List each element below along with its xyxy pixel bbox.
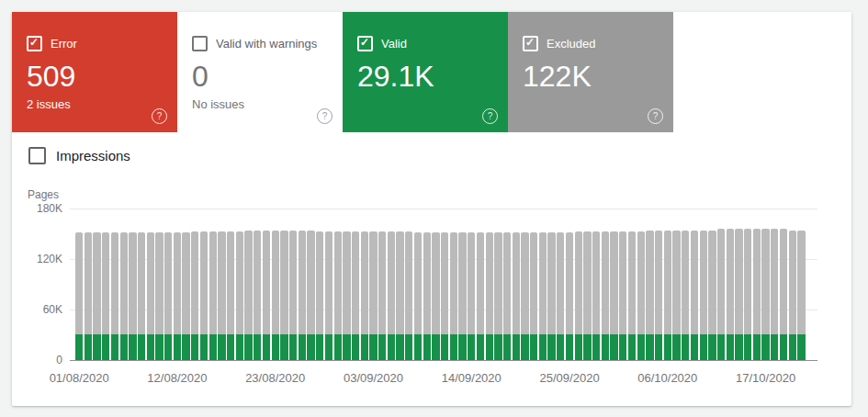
bar[interactable]	[655, 208, 662, 360]
bar[interactable]	[316, 208, 323, 360]
bar[interactable]	[334, 208, 342, 360]
bar[interactable]	[289, 208, 297, 360]
bar[interactable]	[521, 208, 528, 360]
bar[interactable]	[396, 208, 403, 360]
bar-segment-excluded	[700, 231, 707, 334]
bar[interactable]	[244, 208, 252, 360]
bar[interactable]	[486, 208, 493, 360]
bar[interactable]	[307, 208, 314, 360]
bar[interactable]	[477, 208, 484, 360]
bar[interactable]	[646, 208, 653, 360]
x-axis-label: 23/08/2020	[234, 371, 317, 385]
excluded-checkbox[interactable]: ✓	[523, 36, 538, 51]
bar[interactable]	[557, 208, 564, 360]
bar[interactable]	[700, 208, 707, 360]
bar[interactable]	[369, 208, 377, 360]
bar[interactable]	[182, 208, 189, 360]
help-icon[interactable]: ?	[648, 108, 663, 124]
bar[interactable]	[780, 208, 787, 360]
bar[interactable]	[227, 208, 234, 360]
bar[interactable]	[619, 208, 626, 360]
bar[interactable]	[789, 208, 796, 360]
bar[interactable]	[280, 208, 287, 360]
bar[interactable]	[637, 208, 645, 360]
bar[interactable]	[254, 208, 261, 360]
bar[interactable]	[530, 208, 537, 360]
help-icon[interactable]: ?	[317, 108, 333, 124]
bar[interactable]	[468, 208, 475, 360]
card-error[interactable]: ✓ Error 509 2 issues ?	[12, 12, 177, 132]
bar[interactable]	[727, 208, 734, 360]
bar[interactable]	[325, 208, 333, 360]
bar[interactable]	[771, 208, 778, 360]
bar[interactable]	[147, 208, 154, 360]
bar[interactable]	[672, 208, 680, 360]
bar[interactable]	[200, 208, 208, 360]
bar[interactable]	[263, 208, 270, 360]
card-excluded[interactable]: ✓ Excluded 122K ?	[508, 12, 673, 132]
bar[interactable]	[432, 208, 439, 360]
bar[interactable]	[75, 208, 83, 360]
bar[interactable]	[155, 208, 163, 360]
impressions-toggle[interactable]: Impressions	[28, 147, 130, 164]
valid-with-warnings-checkbox[interactable]: ✓	[192, 36, 208, 51]
bar[interactable]	[388, 208, 395, 360]
bar[interactable]	[717, 208, 725, 360]
bar-segment-error	[441, 359, 448, 360]
bar[interactable]	[138, 208, 145, 360]
bar[interactable]	[691, 208, 698, 360]
bar[interactable]	[93, 208, 100, 360]
impressions-checkbox[interactable]	[28, 147, 46, 164]
bar[interactable]	[299, 208, 306, 360]
bar[interactable]	[441, 208, 448, 360]
bar[interactable]	[539, 208, 547, 360]
bar[interactable]	[735, 208, 742, 360]
bar[interactable]	[164, 208, 172, 360]
bar[interactable]	[753, 208, 761, 360]
bar[interactable]	[120, 208, 128, 360]
bar[interactable]	[494, 208, 502, 360]
bar[interactable]	[450, 208, 457, 360]
bar[interactable]	[797, 208, 805, 360]
bar[interactable]	[744, 208, 751, 360]
card-valid[interactable]: ✓ Valid 29.1K ?	[343, 12, 508, 132]
bar[interactable]	[414, 208, 422, 360]
valid-checkbox[interactable]: ✓	[357, 36, 373, 51]
bar[interactable]	[458, 208, 466, 360]
bar[interactable]	[361, 208, 368, 360]
bar[interactable]	[85, 208, 92, 360]
bar[interactable]	[708, 208, 716, 360]
bar[interactable]	[602, 208, 609, 360]
bar[interactable]	[610, 208, 617, 360]
bar[interactable]	[102, 208, 109, 360]
bar[interactable]	[378, 208, 386, 360]
error-checkbox[interactable]: ✓	[27, 36, 42, 51]
bar-segment-error	[369, 359, 377, 360]
bar[interactable]	[272, 208, 279, 360]
bar[interactable]	[218, 208, 225, 360]
bar[interactable]	[343, 208, 350, 360]
bar[interactable]	[236, 208, 243, 360]
bar[interactable]	[174, 208, 181, 360]
bar[interactable]	[592, 208, 600, 360]
bar[interactable]	[513, 208, 520, 360]
card-valid-with-warnings[interactable]: ✓ Valid with warnings 0 No issues ?	[177, 12, 343, 132]
bar[interactable]	[575, 208, 582, 360]
bar[interactable]	[405, 208, 412, 360]
bar[interactable]	[423, 208, 431, 360]
bar[interactable]	[352, 208, 359, 360]
bar[interactable]	[209, 208, 217, 360]
bar[interactable]	[682, 208, 689, 360]
bar[interactable]	[111, 208, 118, 360]
bar[interactable]	[129, 208, 136, 360]
bar[interactable]	[628, 208, 636, 360]
help-icon[interactable]: ?	[152, 108, 167, 124]
bar[interactable]	[566, 208, 573, 360]
bar[interactable]	[664, 208, 671, 360]
bar[interactable]	[503, 208, 511, 360]
bar[interactable]	[761, 208, 769, 360]
bar[interactable]	[547, 208, 555, 360]
help-icon[interactable]: ?	[482, 108, 498, 124]
bar[interactable]	[191, 208, 198, 360]
bar[interactable]	[583, 208, 591, 360]
